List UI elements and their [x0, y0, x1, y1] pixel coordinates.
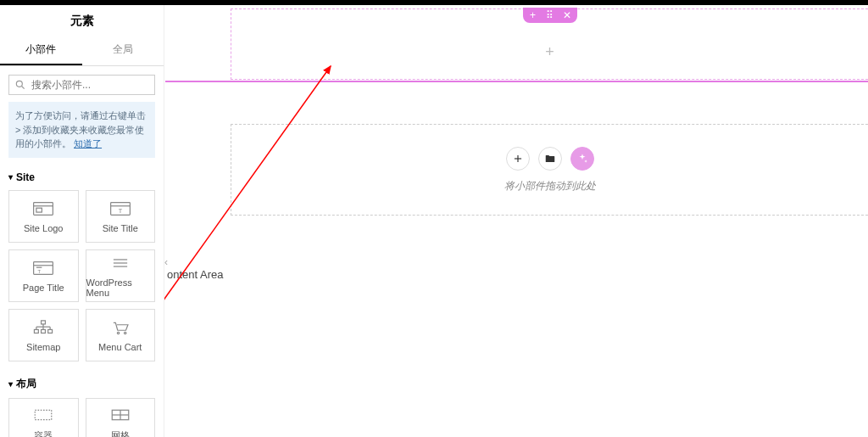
widget-label: 网格 — [111, 429, 130, 437]
wp-menu-icon — [109, 254, 131, 272]
widget-wordpress-menu[interactable]: WordPress Menu — [86, 249, 156, 302]
svg-point-0 — [16, 81, 22, 87]
container-icon — [32, 406, 54, 424]
section-add-icon[interactable]: + — [528, 10, 538, 20]
svg-rect-26 — [36, 410, 53, 419]
svg-rect-8 — [34, 261, 53, 274]
svg-line-32 — [164, 66, 331, 429]
svg-rect-15 — [42, 320, 46, 323]
search-input[interactable] — [31, 79, 159, 91]
widget-page-title[interactable]: T Page Title — [8, 249, 79, 302]
widget-grid[interactable]: 网格 — [86, 398, 156, 438]
site-title-icon: T — [109, 199, 131, 218]
widget-label: Site Logo — [24, 223, 63, 233]
svg-point-25 — [124, 332, 125, 333]
search-box[interactable] — [8, 75, 155, 95]
panel-tabs: 小部件 全局 — [0, 36, 164, 66]
panel-title: 元素 — [0, 5, 164, 36]
svg-rect-17 — [42, 329, 46, 333]
folder-icon — [544, 153, 556, 165]
collapse-chevron[interactable]: ‹ — [164, 256, 168, 268]
search-icon — [14, 79, 26, 91]
category-layout-header[interactable]: 布局 — [8, 377, 155, 391]
svg-text:T: T — [38, 268, 42, 273]
template-library-button[interactable] — [538, 147, 562, 171]
svg-line-1 — [22, 87, 25, 89]
widget-label: WordPress Menu — [86, 277, 155, 298]
widget-container[interactable]: 容器 — [8, 398, 79, 438]
tip-dismiss-link[interactable]: 知道了 — [74, 138, 102, 148]
section-selected[interactable]: + ⠿ ✕ + — [231, 8, 868, 80]
page-title-icon: T — [32, 259, 54, 277]
widget-label: Page Title — [23, 283, 64, 293]
widget-site-title[interactable]: T Site Title — [86, 190, 156, 243]
widget-label: Menu Cart — [98, 342, 142, 352]
widget-label: Site Title — [103, 223, 138, 233]
widget-site-logo[interactable]: Site Logo — [8, 190, 79, 243]
section-drag-icon[interactable]: ⠿ — [545, 10, 555, 20]
sitemap-icon — [32, 318, 54, 337]
grid-icon — [109, 406, 131, 424]
widget-menu-cart[interactable]: Menu Cart — [86, 309, 156, 361]
section-handle[interactable]: + ⠿ ✕ — [523, 8, 577, 23]
cart-icon — [109, 318, 131, 337]
empty-section-actions — [506, 147, 594, 171]
favorites-tip: 为了方便访问，请通过右键单击 > 添加到收藏夹来收藏您最常使用的小部件。 知道了 — [8, 102, 155, 158]
drop-hint-text: 将小部件拖动到此处 — [504, 179, 596, 193]
tab-widgets[interactable]: 小部件 — [0, 36, 82, 65]
elements-panel: 元素 小部件 全局 为了方便访问，请通过右键单击 > 添加到收藏夹来收藏您最常使… — [0, 5, 164, 437]
ai-button[interactable] — [570, 147, 594, 171]
empty-section[interactable]: 将小部件拖动到此处 — [231, 124, 868, 216]
editor-canvas[interactable]: + ⠿ ✕ + 将小部件拖动到此处 ‹ ontent Area — [164, 5, 868, 437]
svg-point-24 — [117, 332, 119, 333]
widget-label: Sitemap — [26, 342, 60, 352]
category-layout: 布局 容器 网格 — [0, 373, 164, 438]
section-close-icon[interactable]: ✕ — [562, 10, 572, 20]
widget-sitemap[interactable]: Sitemap — [8, 309, 79, 361]
content-area-label: ontent Area — [167, 268, 224, 281]
svg-rect-18 — [48, 329, 53, 333]
widget-label: 容器 — [34, 429, 53, 437]
site-logo-icon — [32, 199, 54, 218]
sparkle-icon — [576, 153, 588, 165]
svg-text:T: T — [119, 206, 123, 214]
add-section-button[interactable] — [506, 147, 530, 171]
svg-rect-16 — [35, 329, 39, 333]
plus-icon — [512, 153, 524, 165]
add-widget-plus[interactable]: + — [542, 43, 559, 60]
tab-global[interactable]: 全局 — [82, 36, 164, 65]
category-site-header[interactable]: Site — [8, 171, 155, 183]
category-site: Site Site Logo T Site Title T Page Title… — [0, 168, 164, 373]
svg-rect-4 — [36, 208, 42, 212]
